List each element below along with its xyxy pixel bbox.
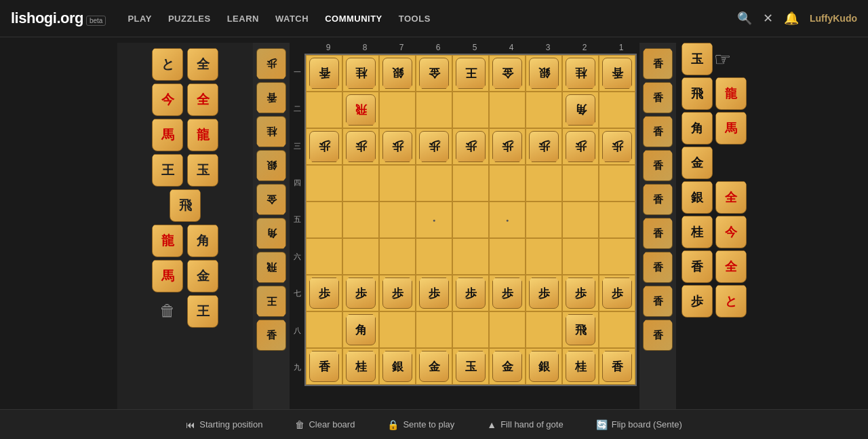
piece-hisha-2-8[interactable]: 飛 <box>566 314 595 345</box>
sente-to-play-button[interactable]: 🔒 Sente to play <box>382 417 460 433</box>
cell-7-4[interactable] <box>379 165 416 202</box>
logo-text[interactable]: lishogi.org <box>11 9 83 27</box>
piece-kyosha-1-9[interactable]: 香 <box>602 351 632 382</box>
cell-7-3[interactable]: 歩 <box>379 128 416 165</box>
cell-6-1[interactable]: 金 <box>416 55 452 92</box>
cell-5-5[interactable] <box>452 202 489 238</box>
piece-fu-2-7[interactable]: 歩 <box>566 278 595 309</box>
cell-8-9[interactable]: 桂 <box>342 348 379 385</box>
cell-8-3[interactable]: 歩 <box>342 128 379 165</box>
piece-fu-4-7[interactable]: 歩 <box>492 278 522 309</box>
side-tile-gin[interactable]: 銀 <box>682 181 713 214</box>
piece-kyosha-9-1[interactable]: 香 <box>309 58 339 89</box>
piece-fu-5-7[interactable]: 歩 <box>456 278 486 309</box>
cell-8-8[interactable]: 角 <box>342 311 379 348</box>
piece-ginsho-7-1[interactable]: 銀 <box>382 58 412 89</box>
cell-4-9[interactable]: 金 <box>489 348 526 385</box>
piece-fu-5-3[interactable]: 歩 <box>456 131 486 162</box>
cell-5-1[interactable]: 王 <box>452 55 489 92</box>
piece-kyosha-1-1[interactable]: 香 <box>602 58 632 89</box>
piece-keima-8-1[interactable]: 桂 <box>346 58 376 89</box>
piece-hisha-8-2[interactable]: 飛 <box>346 94 376 126</box>
cell-6-5[interactable] <box>416 202 452 238</box>
piece-kyosha-9-9[interactable]: 香 <box>309 351 339 382</box>
piece-kaku-2-2[interactable]: 角 <box>566 94 595 126</box>
piece-ginsho-3-1[interactable]: 銀 <box>529 58 559 89</box>
nav-puzzles[interactable]: PUZZLES <box>168 14 211 24</box>
cell-7-9[interactable]: 銀 <box>379 348 416 385</box>
cell-9-2[interactable] <box>306 92 342 128</box>
piece-tile-ou[interactable]: 王 <box>152 154 183 187</box>
search-icon[interactable]: 🔍 <box>737 11 752 26</box>
cell-1-3[interactable]: 歩 <box>599 128 635 165</box>
cell-2-9[interactable]: 桂 <box>562 348 599 385</box>
cell-3-1[interactable]: 銀 <box>526 55 562 92</box>
cell-2-1[interactable]: 桂 <box>562 55 599 92</box>
cell-9-6[interactable] <box>306 238 342 275</box>
cell-3-9[interactable]: 銀 <box>526 348 562 385</box>
piece-tile-kaku[interactable]: 角 <box>187 225 218 257</box>
small-tile-flip5[interactable]: 金 <box>256 184 286 215</box>
right-small-tile-8[interactable]: 香 <box>643 286 673 317</box>
small-tile-flip8[interactable]: 王 <box>256 286 286 317</box>
piece-tile-tokin[interactable]: と <box>152 48 183 81</box>
side-tile-fu[interactable]: 歩 <box>682 285 713 318</box>
piece-ginsho-3-9[interactable]: 銀 <box>529 351 559 382</box>
cell-2-6[interactable] <box>562 238 599 275</box>
small-tile-normal1[interactable]: 香 <box>256 320 286 351</box>
cell-3-5[interactable] <box>526 202 562 238</box>
piece-ou-5-9[interactable]: 玉 <box>456 351 486 382</box>
piece-tile-narikei[interactable]: 今 <box>152 83 183 116</box>
cell-3-3[interactable]: 歩 <box>526 128 562 165</box>
side-tile-ryu[interactable]: 龍 <box>715 77 747 110</box>
nav-tools[interactable]: TOOLS <box>399 14 431 24</box>
bell-icon[interactable]: 🔔 <box>784 11 799 26</box>
cell-2-8[interactable]: 飛 <box>562 311 599 348</box>
cell-6-6[interactable] <box>416 238 452 275</box>
piece-tile-gyoku[interactable]: 玉 <box>187 154 218 187</box>
small-tile-flip7[interactable]: 飛 <box>256 252 286 283</box>
piece-kaku-8-8[interactable]: 角 <box>346 314 376 345</box>
nav-learn[interactable]: LEARN <box>227 14 259 24</box>
cell-1-6[interactable] <box>599 238 635 275</box>
cell-4-2[interactable] <box>489 92 526 128</box>
piece-tile-narigin[interactable]: 全 <box>187 48 218 81</box>
cell-8-4[interactable] <box>342 165 379 202</box>
cell-4-8[interactable] <box>489 311 526 348</box>
side-tile-kaku[interactable]: 角 <box>682 112 713 145</box>
piece-fu-9-7[interactable]: 歩 <box>309 278 339 309</box>
cell-5-6[interactable] <box>452 238 489 275</box>
cell-9-8[interactable] <box>306 311 342 348</box>
right-small-tile-7[interactable]: 香 <box>643 252 673 283</box>
cell-3-2[interactable] <box>526 92 562 128</box>
starting-position-button[interactable]: ⏮ Starting position <box>180 417 268 433</box>
cell-2-7[interactable]: 歩 <box>562 275 599 311</box>
piece-tile-narikyo[interactable]: 全 <box>187 83 218 116</box>
cell-5-9[interactable]: 玉 <box>452 348 489 385</box>
piece-kinsho-6-1[interactable]: 金 <box>419 58 449 89</box>
cell-7-8[interactable] <box>379 311 416 348</box>
cell-3-4[interactable] <box>526 165 562 202</box>
cell-7-2[interactable] <box>379 92 416 128</box>
piece-tile-promoted-hi[interactable]: 龍 <box>152 225 183 257</box>
cell-9-3[interactable]: 歩 <box>306 128 342 165</box>
piece-fu-6-3[interactable]: 歩 <box>419 131 449 162</box>
cell-3-8[interactable] <box>526 311 562 348</box>
piece-tile-ryu[interactable]: 龍 <box>187 119 218 151</box>
piece-fu-9-3[interactable]: 歩 <box>309 131 339 162</box>
flip-board-button[interactable]: 🔄 Flip board (Sente) <box>591 417 688 433</box>
side-tile-narikyo[interactable]: 全 <box>715 250 747 283</box>
piece-tile-ou2[interactable]: 王 <box>187 295 218 328</box>
side-tile-hi[interactable]: 飛 <box>682 77 713 110</box>
cell-1-4[interactable] <box>599 165 635 202</box>
username[interactable]: LuffyKudo <box>810 13 857 24</box>
small-tile-flip4[interactable]: 銀 <box>256 150 286 181</box>
piece-fu-2-3[interactable]: 歩 <box>566 131 595 162</box>
cell-5-2[interactable] <box>452 92 489 128</box>
right-small-tile-1[interactable]: 香 <box>643 48 673 79</box>
cell-1-2[interactable] <box>599 92 635 128</box>
cell-6-9[interactable]: 金 <box>416 348 452 385</box>
piece-tile-uma[interactable]: 馬 <box>152 119 183 151</box>
piece-kinsho-6-9[interactable]: 金 <box>419 351 449 382</box>
cell-5-7[interactable]: 歩 <box>452 275 489 311</box>
